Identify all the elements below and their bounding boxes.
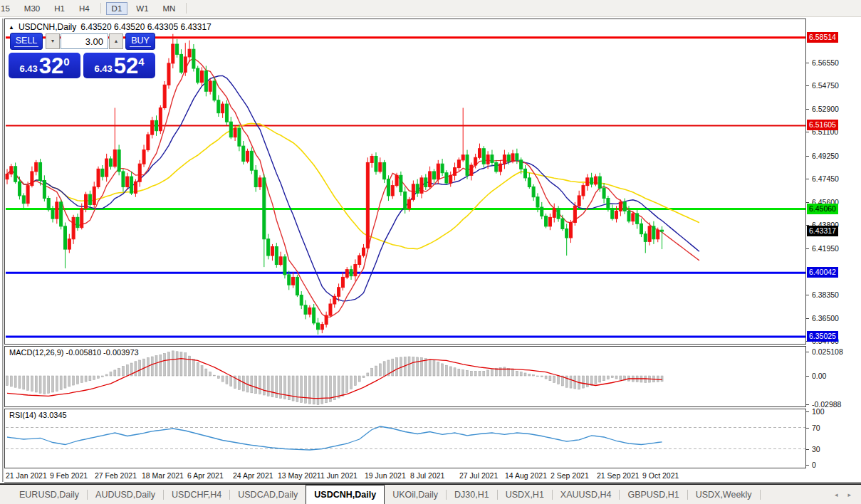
candle-body [176,44,179,54]
candle-body [159,108,162,131]
axis-tick-mark [806,248,809,249]
candle [197,65,199,84]
volume-decrease-button[interactable]: ▾ [46,33,60,49]
candle [213,78,216,103]
chart-tab-usdx-weekly[interactable]: USDX,Weekly [688,485,760,504]
macd-bar [549,376,551,381]
pivot-line-badge: 6.45060 [807,204,838,214]
chart-tab-usdcnh-daily[interactable]: USDCNH,Daily [306,485,385,504]
macd-bar [524,373,526,376]
chart-tab-usdchf-h4[interactable]: USDCHF,H4 [164,485,229,504]
candle [445,170,448,185]
tab-scroll-left-button[interactable]: ◂ [835,491,838,498]
sell-button[interactable]: SELL [10,33,43,50]
candle [26,182,29,206]
candle-body [110,159,113,167]
buy-price-main: 52 [114,56,138,76]
candle-body [126,177,129,187]
timeframe-button-m30[interactable]: M30 [19,2,46,15]
macd-bar [400,357,402,376]
macd-bar [280,376,282,399]
chart-tab-eurusd-daily[interactable]: EURUSD,Daily [11,485,87,504]
timeframe-button-h4[interactable]: H4 [73,2,95,15]
candle-body [424,178,427,187]
candle-body [449,175,452,183]
candle-body [644,234,647,242]
sell-price-panel[interactable]: 6.43 32 0 [9,53,80,78]
chart-tab-usdx-h1[interactable]: USDX,H1 [498,485,552,504]
axis-tick-label: 6.54750 [812,81,839,90]
candle-body [259,178,261,187]
macd-bar [346,376,348,392]
tab-scroll-right-button[interactable]: ▸ [847,491,851,498]
macd-bar [354,376,356,386]
candle-body [217,100,220,113]
candle-body [345,270,348,278]
candle-body [188,49,191,57]
chart-tab-xauusd-h4[interactable]: XAUUSD,H4 [553,485,620,504]
axis-tick-mark [806,428,809,429]
date-label: 27 Feb 2021 [95,471,137,480]
candle [296,275,298,297]
main-price-axis: 6.565506.547506.529006.511006.492506.474… [806,19,861,345]
macd-bar [417,357,419,376]
macd-bar [491,369,493,376]
macd-bar [43,376,46,394]
candle-body [573,206,576,222]
chevron-up-icon: ▴ [115,38,118,44]
candle-body [122,172,125,187]
macd-bar [586,376,588,387]
candle-body [437,164,439,179]
candle-body [313,308,315,322]
rsi-pane[interactable] [4,409,806,468]
macd-bar [105,374,108,376]
timeframe-button-d1[interactable]: D1 [106,2,128,15]
macd-bar [454,368,456,376]
macd-bar [421,357,423,376]
timeframe-button-w1[interactable]: W1 [130,2,154,15]
timeframe-button-mn[interactable]: MN [157,2,182,15]
macd-bar [603,376,605,381]
candle-body [358,256,361,265]
candle [97,167,100,189]
date-axis: 21 Jan 20219 Feb 202127 Feb 202118 Mar 2… [4,468,861,483]
volume-increase-button[interactable]: ▴ [109,33,123,49]
candle-body [113,150,116,167]
macd-bar [367,373,369,376]
candle [573,202,576,226]
candle-body [242,146,245,161]
candle-body [80,209,83,228]
candle-body [279,257,282,265]
axis-tick-mark [806,109,809,110]
buy-button[interactable]: BUY [125,33,155,50]
axis-tick-mark [806,352,809,352]
chart-tab-ukoil-daily[interactable]: UKOil,Daily [385,485,446,504]
sell-price-prefix: 6.43 [19,63,37,74]
axis-tick-mark [806,404,809,405]
candle-body [93,187,95,204]
chart-tab-gbpusd-h1[interactable]: GBPUSD,H1 [620,485,687,504]
buy-price-panel[interactable]: 6.43 52 4 [83,53,155,78]
macd-bar [192,359,194,376]
candle-body [528,178,531,187]
timeframe-toolbar: 15M30H1H4D1W1MN [0,0,861,17]
collapse-icon[interactable]: ▲ [9,24,14,31]
candle-body [213,81,216,100]
macd-bar [110,372,112,376]
macd-bar [533,375,535,376]
macd-bar [392,359,394,376]
timeframe-button-h1[interactable]: H1 [48,2,71,15]
macd-bar [197,362,199,376]
volume-input[interactable] [61,33,108,49]
timeframe-button-15[interactable]: 15 [0,2,16,15]
chart-tab-usdcad-daily[interactable]: USDCAD,Daily [230,485,306,504]
axis-tick-label: 70 [812,424,820,432]
chart-tab-dj30-h1[interactable]: DJ30,H1 [447,485,497,504]
macd-bar [118,368,120,376]
macd-bar [19,376,21,389]
candle-body [51,210,54,219]
chart-tab-audusd-daily[interactable]: AUDUSD,Daily [88,485,163,504]
macd-bar [160,355,162,376]
axis-tick-mark [806,179,809,179]
macd-bar [48,376,50,393]
